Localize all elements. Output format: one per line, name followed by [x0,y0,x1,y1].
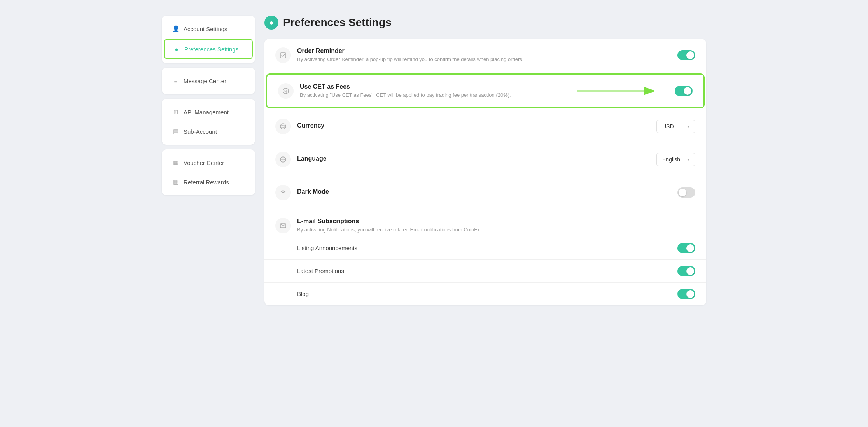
voucher-icon: ▦ [172,159,180,166]
currency-value: USD [662,123,674,130]
sidebar-group-4: ▦ Voucher Center ▦ Referral Rewards [162,149,255,195]
sidebar: 👤 Account Settings ● Preferences Setting… [162,16,255,310]
api-icon: ⊞ [172,108,180,116]
dark-mode-control [677,187,695,198]
blog-toggle[interactable] [677,289,695,299]
email-icon [275,218,291,233]
page-header-icon: ● [264,16,278,30]
order-reminder-content: Order Reminder By activating Order Remin… [297,47,670,63]
message-icon: ≡ [172,77,180,85]
language-content: Language [297,155,649,164]
cet-fees-control [675,86,693,96]
email-subscriptions-header-row: E-mail Subscriptions By activating Notif… [264,209,706,236]
email-subscriptions-content: E-mail Subscriptions By activating Notif… [297,218,695,233]
sidebar-label-api: API Management [184,109,229,116]
latest-promotions-toggle[interactable] [677,266,695,276]
sidebar-item-api[interactable]: ⊞ API Management [164,103,253,121]
listing-announcements-label: Listing Announcements [297,245,677,251]
sidebar-item-preferences[interactable]: ● Preferences Settings [164,39,253,59]
sidebar-label-referral: Referral Rewards [184,179,229,186]
sidebar-group-2: ≡ Message Center [162,68,255,94]
page-title: Preferences Settings [283,16,392,29]
language-icon [275,152,291,167]
sidebar-group-1: 👤 Account Settings ● Preferences Setting… [162,16,255,63]
dark-mode-toggle[interactable] [677,187,695,198]
currency-dropdown[interactable]: USD ▾ [656,120,695,133]
sidebar-item-account-settings[interactable]: 👤 Account Settings [164,19,253,38]
cet-fees-icon: % [278,83,294,99]
latest-promotions-label: Latest Promotions [297,268,677,274]
order-reminder-row: Order Reminder By activating Order Remin… [264,39,706,72]
cet-fees-toggle[interactable] [675,86,693,96]
blog-row: Blog [264,283,706,305]
referral-icon: ▦ [172,178,180,186]
settings-card-main: Order Reminder By activating Order Remin… [264,39,706,305]
language-value: English [662,156,680,163]
email-subscriptions-subtitle: By activating Notifications, you will re… [297,226,695,233]
sidebar-label-account: Account Settings [184,26,228,32]
listing-announcements-toggle[interactable] [677,243,695,253]
dark-mode-row: Dark Mode [264,176,706,209]
language-title: Language [297,155,649,162]
page-header: ● Preferences Settings [264,16,706,30]
account-icon: 👤 [172,25,180,33]
sidebar-label-message: Message Center [184,78,226,84]
sidebar-item-referral[interactable]: ▦ Referral Rewards [164,173,253,191]
currency-row: Currency USD ▾ [264,110,706,143]
dark-mode-title: Dark Mode [297,188,670,195]
sub-account-icon: ▤ [172,128,180,135]
language-dropdown[interactable]: English ▾ [656,153,695,166]
email-subscriptions-title: E-mail Subscriptions [297,218,695,225]
currency-chevron: ▾ [687,124,690,129]
order-reminder-title: Order Reminder [297,47,670,54]
dark-mode-icon [275,185,291,200]
svg-rect-0 [280,52,286,58]
cet-fees-content: Use CET as Fees By activating "Use CET a… [300,83,577,99]
currency-content: Currency [297,122,649,131]
sidebar-label-voucher: Voucher Center [184,159,224,166]
arrow-annotation [577,86,662,96]
cet-fees-title: Use CET as Fees [300,83,577,90]
sidebar-label-sub-account: Sub-Account [184,128,217,135]
language-chevron: ▾ [687,157,690,162]
preferences-icon: ● [173,45,180,53]
dark-mode-content: Dark Mode [297,188,670,197]
sidebar-item-voucher[interactable]: ▦ Voucher Center [164,153,253,172]
svg-rect-7 [280,224,286,228]
currency-control: USD ▾ [656,120,695,133]
blog-label: Blog [297,290,677,297]
app-layout: 👤 Account Settings ● Preferences Setting… [162,16,706,310]
order-reminder-control [677,50,695,60]
latest-promotions-row: Latest Promotions [264,260,706,283]
sidebar-label-preferences: Preferences Settings [184,46,238,52]
sidebar-item-sub-account[interactable]: ▤ Sub-Account [164,122,253,141]
svg-text:%: % [284,89,287,93]
cet-fees-row: % Use CET as Fees By activating "Use CET… [266,74,705,108]
cet-fees-subtitle: By activating "Use CET as Fees", CET wil… [300,92,577,99]
listing-announcements-row: Listing Announcements [264,237,706,260]
sidebar-item-message-center[interactable]: ≡ Message Center [164,72,253,90]
order-reminder-subtitle: By activating Order Reminder, a pop-up t… [297,56,670,63]
order-reminder-toggle[interactable] [677,50,695,60]
currency-title: Currency [297,122,649,129]
language-control: English ▾ [656,153,695,166]
language-row: Language English ▾ [264,143,706,176]
main-content: ● Preferences Settings Order Reminder By… [264,16,706,310]
sidebar-group-3: ⊞ API Management ▤ Sub-Account [162,99,255,145]
currency-icon [275,119,291,134]
order-reminder-icon [275,47,291,63]
